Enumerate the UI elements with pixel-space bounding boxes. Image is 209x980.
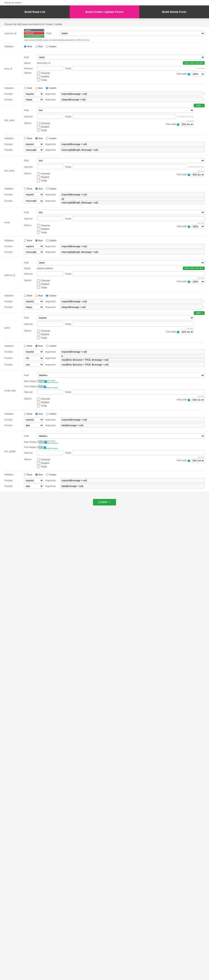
args-input-store-2[interactable]	[60, 97, 203, 102]
function-select-fname-1[interactable]: required	[24, 142, 44, 146]
create-date-helptext-input[interactable]	[37, 390, 63, 395]
opt-character-lupdate[interactable]: Character	[37, 458, 177, 461]
opt-character-store[interactable]: Character	[37, 72, 177, 75]
last-name-field-select[interactable]: text	[37, 158, 205, 163]
first-name-helptext-input[interactable]	[37, 114, 63, 119]
address-helptext-input[interactable]	[37, 271, 63, 276]
opt-tooltip-lupdate[interactable]: Tooltip	[37, 465, 177, 468]
address-id-field-select[interactable]: select	[37, 260, 205, 265]
radio-custom-active[interactable]: Custom	[46, 345, 56, 347]
args-input-fname-1[interactable]	[60, 142, 205, 146]
args-input-lname-2b[interactable]	[60, 201, 205, 204]
radio-auto-lupdate[interactable]: Auto	[35, 473, 43, 476]
create-date-tooltip-input[interactable]	[72, 390, 205, 395]
function-select-active-3[interactable]: max	[24, 362, 44, 367]
radio-none-email[interactable]: None	[24, 239, 32, 242]
args-input-address-1[interactable]	[60, 299, 203, 304]
radio-custom-fname[interactable]: Custom	[46, 137, 56, 140]
field-width-info-lupdate[interactable]: i	[188, 460, 190, 462]
radio-none[interactable]: None	[24, 45, 32, 48]
radio-auto-email[interactable]: Auto	[35, 239, 43, 242]
first-name-field-select[interactable]: text	[37, 108, 194, 113]
function-select-email-2[interactable]: maxLength	[24, 250, 44, 255]
opt-character-cdate[interactable]: Character	[37, 398, 177, 400]
lupdate-field-width-select[interactable]: 50% Unique 100% 50% Grouped	[192, 458, 205, 463]
store-add-function-btn[interactable]: ADD +	[194, 103, 205, 107]
field-width-info-email[interactable]: i	[188, 225, 190, 228]
function-select-active-2[interactable]: min	[24, 356, 44, 361]
address-field-width-select[interactable]: 100% 50% Grouped 50% Unique	[192, 279, 205, 284]
radio-auto-cdate[interactable]: Auto	[35, 413, 43, 415]
opt-tooltip-store[interactable]: Tooltip	[37, 79, 177, 81]
args-input-lname-1[interactable]	[60, 192, 205, 197]
args-input-store-1[interactable]	[60, 91, 203, 96]
function-select-lname-1[interactable]: required	[24, 192, 44, 197]
remove-func-address-2[interactable]: ×	[203, 306, 205, 309]
active-tooltip-input[interactable]	[72, 322, 194, 326]
build-delete-form-button[interactable]: Build Delete Form	[139, 5, 209, 18]
opt-tooltip-email[interactable]: Tooltip	[37, 231, 177, 234]
function-select-lname-2[interactable]: maxLength	[24, 199, 44, 204]
function-select-lupdate-1[interactable]: required	[24, 478, 44, 483]
cdate-field-width-select[interactable]: 50% Grouped 100% 50% Unique	[192, 398, 205, 402]
radio-auto-lname[interactable]: Auto	[35, 188, 43, 190]
build-create-update-button[interactable]: Build Create / Update Forms	[70, 5, 139, 18]
args-input-lupdate-2[interactable]	[60, 484, 205, 488]
args-input-active-1[interactable]	[60, 349, 205, 354]
remove-func-address-1[interactable]: ×	[203, 300, 205, 303]
radio-none-lname[interactable]: None	[24, 188, 32, 190]
email-helptext-input[interactable]	[37, 216, 63, 221]
function-select-cdate-1[interactable]: required	[24, 417, 44, 422]
radio-custom[interactable]: Custom	[46, 45, 56, 48]
function-select-cdate-2[interactable]: date	[24, 423, 44, 428]
function-select-address-2[interactable]: integer	[24, 305, 44, 309]
fname-field-width-select[interactable]: 50% Grouped 100% 50% Unique	[181, 122, 194, 127]
function-select-fname-2[interactable]: maxLength	[24, 148, 44, 152]
active-field-select[interactable]: boolean	[37, 315, 194, 320]
customer-id-field-select[interactable]: hidden	[59, 31, 205, 36]
opt-disabled-store[interactable]: Disabled	[37, 75, 177, 78]
field-width-info-lname[interactable]: i	[188, 173, 190, 176]
store-add-edit-btn[interactable]: ADD / EDIT VALUES	[183, 61, 205, 65]
address-add-edit-btn[interactable]: ADD / EDIT VALUES	[183, 267, 205, 270]
function-select-lupdate-2[interactable]: date	[24, 484, 44, 488]
args-input-fname-2[interactable]	[60, 148, 205, 152]
lupdate-view-formats[interactable]: View available formats	[38, 442, 205, 444]
opt-tooltip-cdate[interactable]: Tooltip	[37, 404, 177, 407]
address-add-function-btn[interactable]: ADD +	[194, 311, 205, 315]
submit-button[interactable]: SUBMIT ✓	[93, 499, 116, 506]
args-input-active-2b[interactable]	[60, 358, 205, 361]
last-name-tooltip-input[interactable]	[72, 164, 187, 169]
opt-character-active[interactable]: Character	[37, 329, 166, 332]
function-select-active-1[interactable]: required	[24, 349, 44, 354]
args-input-lname-2a[interactable]	[60, 198, 205, 200]
store-tooltip-input[interactable]	[72, 66, 196, 71]
opt-character-fname[interactable]: Character	[37, 122, 166, 125]
opt-disabled-fname[interactable]: Disabled	[37, 126, 166, 128]
last-name-helptext-input[interactable]	[37, 164, 63, 169]
last-update-helptext-input[interactable]	[37, 450, 63, 455]
email-tooltip-input[interactable]	[72, 216, 205, 221]
address-tooltip-input[interactable]	[72, 271, 205, 276]
radio-custom-cdate[interactable]: Custom	[46, 413, 56, 415]
lupdate-view-time-formats[interactable]: View available formats	[38, 447, 205, 450]
radio-custom-lname[interactable]: Custom	[46, 188, 56, 190]
store-helptext-input[interactable]	[37, 66, 63, 71]
create-date-field-select[interactable]: datetime	[37, 372, 205, 378]
radio-auto-fname[interactable]: Auto	[35, 137, 43, 140]
email-field-width-select[interactable]: 100% 50% Grouped 50% Unique	[192, 224, 205, 229]
args-input-active-2a[interactable]	[60, 355, 205, 358]
radio-none-active[interactable]: None	[24, 345, 32, 347]
args-input-address-2[interactable]	[60, 305, 203, 309]
opt-tooltip-fname[interactable]: Tooltip	[37, 129, 166, 132]
radio-custom-address[interactable]: Custom	[46, 294, 56, 297]
field-width-info-store[interactable]: i	[188, 73, 190, 76]
first-name-tooltip-input[interactable]	[72, 114, 176, 119]
field-width-info-active[interactable]: i	[177, 331, 179, 333]
args-input-active-3[interactable]	[60, 362, 205, 367]
radio-none-address[interactable]: None	[24, 294, 32, 297]
store-field-width-select[interactable]: 100% 50% Grouped 50% Unique	[192, 72, 205, 76]
args-input-cdate-1[interactable]	[60, 417, 205, 422]
email-field-select[interactable]: text	[37, 210, 205, 215]
args-input-cdate-2[interactable]	[60, 423, 205, 428]
